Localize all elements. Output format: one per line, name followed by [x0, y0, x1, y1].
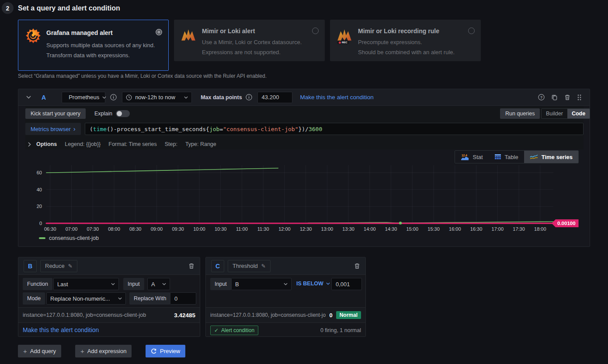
options-label[interactable]: Options	[36, 141, 57, 147]
result-value: 0	[329, 312, 332, 319]
make-alert-condition-link-a[interactable]: Make this the alert condition	[300, 94, 374, 101]
chevron-down-icon	[326, 282, 330, 285]
expression-ref-id: B	[24, 260, 37, 272]
grafana-logo-icon	[25, 28, 42, 44]
add-expression-button[interactable]: +Add expression	[75, 345, 132, 357]
clock-icon	[126, 94, 132, 101]
legend-item[interactable]: consensus-client-job	[39, 235, 99, 241]
expression-panel-b: B Reduce✎ Function Last Input A Mode Rep…	[18, 257, 200, 337]
svg-text:16:30: 16:30	[470, 226, 483, 232]
expression-type-button[interactable]: Reduce✎	[40, 260, 77, 272]
step-number-badge: 2	[2, 2, 14, 14]
make-alert-condition-link-b[interactable]: Make this the alert condition	[23, 326, 99, 333]
reduce-input-select[interactable]: A	[147, 278, 170, 290]
reduce-mode-select[interactable]: Replace Non-numeric...	[46, 292, 126, 305]
delete-query-icon[interactable]	[564, 94, 570, 101]
max-data-points-label: Max data points	[201, 94, 242, 101]
threshold-operator-select[interactable]: IS BELOW	[296, 281, 330, 287]
plus-icon: +	[80, 347, 84, 355]
svg-text:17:00: 17:00	[492, 226, 504, 232]
datasource-info-icon[interactable]	[110, 94, 117, 101]
query-options-row: Options Legend: {{job}} Format: Time ser…	[28, 139, 216, 150]
legend-series-color-icon	[39, 237, 45, 239]
promql-expression-input[interactable]: (time()-process_start_time_seconds{job="…	[85, 123, 584, 135]
viz-tab-time-series[interactable]: Time series	[524, 151, 578, 163]
builder-mode-tab[interactable]: Builder	[542, 109, 567, 118]
svg-text:11:00: 11:00	[236, 226, 248, 232]
chevron-down-icon	[284, 283, 288, 285]
delete-expression-c-icon[interactable]	[354, 263, 360, 269]
svg-text:13:00: 13:00	[321, 226, 334, 232]
svg-text:12:00: 12:00	[278, 226, 291, 232]
svg-text:?: ?	[540, 95, 542, 100]
card-description: Use a Mimir, Loki or Cortex datasource. …	[202, 37, 319, 57]
datasource-picker[interactable]: Prometheus	[62, 92, 105, 103]
viz-tab-stat[interactable]: 12.4 Stat	[455, 151, 488, 163]
alert-rule-editor: 2 Set a query and alert condition Grafan…	[0, 0, 608, 364]
svg-text:08:30: 08:30	[129, 226, 142, 232]
svg-text:09:30: 09:30	[172, 226, 184, 232]
svg-text:13:30: 13:30	[342, 226, 354, 232]
card-mimir-loki-alert[interactable]: Mimir or Loki alert Use a Mimir, Loki or…	[174, 20, 325, 61]
drag-handle-icon[interactable]	[577, 94, 582, 101]
reduce-function-select[interactable]: Last	[53, 278, 119, 290]
query-panel-a: A Prometheus now-12h to now Max data poi…	[18, 89, 590, 247]
check-icon: ✓	[214, 327, 219, 333]
radio-mimir-loki-recording[interactable]	[468, 28, 475, 34]
run-queries-button[interactable]: Run queries	[500, 108, 540, 119]
threshold-value-badge: 0.00100	[552, 219, 579, 227]
input-label: Input	[210, 278, 231, 290]
chevron-down-icon	[184, 96, 188, 99]
collapse-chevron-icon[interactable]	[26, 96, 31, 99]
expression-type-button[interactable]: Threshold✎	[228, 260, 271, 272]
radio-grafana-managed[interactable]	[156, 29, 162, 35]
svg-text:08:00: 08:00	[108, 226, 120, 232]
editor-mode-switch: Builder Code	[541, 108, 590, 119]
card-title: Mimir or Loki recording rule	[358, 28, 439, 35]
result-series-labels: instance=127.0.0.1:8080, job=consensus-c…	[210, 312, 326, 318]
svg-text:12.4: 12.4	[462, 154, 467, 157]
card-mimir-loki-recording-rule[interactable]: REC Mimir or Loki recording rule Precomp…	[330, 20, 481, 61]
edit-pencil-icon: ✎	[68, 263, 73, 269]
chevron-down-icon	[162, 283, 166, 285]
time-range-picker[interactable]: now-12h to now	[122, 92, 192, 103]
radio-mimir-loki-alert[interactable]	[312, 28, 319, 34]
options-type: Type: Range	[185, 141, 216, 147]
table-viz-icon	[494, 154, 501, 160]
svg-text:06:30: 06:30	[44, 226, 56, 232]
replace-with-input[interactable]: 0	[170, 292, 196, 305]
preview-button[interactable]: Preview	[146, 345, 185, 357]
metrics-browser-button[interactable]: Metrics browser›	[25, 123, 81, 135]
duplicate-query-icon[interactable]	[551, 94, 558, 101]
delete-expression-b-icon[interactable]	[188, 263, 195, 269]
edit-pencil-icon: ✎	[261, 263, 266, 269]
legend-series-label: consensus-client-job	[49, 235, 99, 241]
max-data-points-info-icon[interactable]	[246, 94, 252, 101]
options-expand-chevron-icon[interactable]	[28, 142, 31, 147]
max-data-points-input[interactable]: 43.200	[257, 92, 292, 103]
add-query-button[interactable]: +Add query	[18, 345, 61, 357]
chevron-right-icon: ›	[73, 127, 76, 131]
help-icon[interactable]: ?	[538, 94, 545, 101]
state-badge: Normal	[336, 311, 361, 319]
svg-text:15:00: 15:00	[406, 226, 419, 232]
replace-with-label: Replace With	[129, 292, 170, 305]
expression-c-header: C Threshold✎	[206, 257, 365, 275]
viz-picker: 12.4 Stat Table Time series	[455, 150, 579, 163]
code-mode-tab[interactable]: Code	[567, 109, 590, 118]
query-editor-area: Kick start your query Explain Run querie…	[25, 106, 584, 149]
rule-type-hint: Select “Grafana managed” unless you have…	[18, 73, 267, 79]
viz-tab-table[interactable]: Table	[489, 151, 524, 163]
svg-text:18:00: 18:00	[534, 226, 546, 232]
threshold-input-select[interactable]: B	[231, 278, 292, 290]
rec-badge: REC	[337, 41, 349, 44]
function-label: Function	[23, 278, 52, 290]
svg-text:14:30: 14:30	[385, 226, 397, 232]
card-grafana-managed-alert[interactable]: Grafana managed alert Supports multiple …	[18, 20, 169, 71]
expression-b-header: B Reduce✎	[18, 257, 200, 275]
kick-start-query-button[interactable]: Kick start your query	[25, 108, 86, 119]
card-description: Precompute expressions. Should be combin…	[358, 37, 480, 57]
threshold-value-input[interactable]: 0,001	[331, 278, 362, 290]
explain-toggle[interactable]	[116, 110, 130, 117]
chevron-down-icon	[118, 297, 122, 300]
